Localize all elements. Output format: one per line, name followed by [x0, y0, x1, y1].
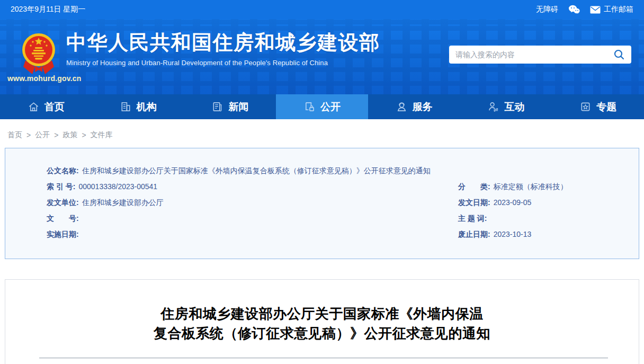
- document-meta-box: 公文名称: 住房和城乡建设部办公厅关于国家标准《外墙内保温复合板系统（修订征求意…: [5, 148, 639, 259]
- search-button[interactable]: [613, 49, 625, 60]
- nav-item-services[interactable]: 服务: [368, 94, 460, 119]
- search-box: [449, 46, 631, 64]
- mail-icon: [590, 6, 601, 14]
- nav-item-label: 服务: [413, 100, 433, 114]
- article-title-line1: 住房和城乡建设部办公厅关于国家标准《外墙内保温: [5, 304, 639, 324]
- nav-item-public[interactable]: 公开: [276, 94, 368, 119]
- meta-row-index-category: 索 引 号: 000013338/2023-00541 分 类: 标准定额（标准…: [47, 179, 628, 194]
- wechat-icon[interactable]: [568, 4, 580, 15]
- breadcrumb-separator: >: [26, 131, 31, 139]
- article-title-line2: 复合板系统（修订征求意见稿）》公开征求意见的通知: [5, 324, 639, 343]
- meta-value-doc-name: 住房和城乡建设部办公厅关于国家标准《外墙内保温复合板系统（修订征求意见稿）》公开…: [82, 163, 431, 179]
- article-divider: [39, 357, 608, 359]
- meta-label-doc-no: 文 号:: [47, 210, 79, 226]
- meta-label-category: 分 类:: [458, 179, 490, 194]
- meta-value-abolish-date: 2023-10-13: [494, 226, 532, 242]
- top-bar: 2023年9月11日 星期一 无障碍 工作邮箱: [0, 0, 644, 19]
- breadcrumb: 首页 > 公开 > 政策 > 文件库: [0, 119, 644, 148]
- article-title: 住房和城乡建设部办公厅关于国家标准《外墙内保温 复合板系统（修订征求意见稿）》公…: [5, 304, 639, 343]
- nav-item-label: 公开: [320, 100, 341, 114]
- meta-label-impl-date: 实施日期:: [47, 226, 79, 242]
- nav-item-organization[interactable]: 机构: [92, 94, 184, 119]
- nav-item-interaction[interactable]: 互动: [460, 94, 552, 119]
- meta-label-abolish-date: 废止日期:: [458, 226, 490, 242]
- home-icon: [28, 101, 40, 113]
- national-emblem-logo: [21, 30, 56, 75]
- nav-item-label: 互动: [504, 100, 524, 114]
- main-nav: 首页 机构 新闻 公开: [0, 94, 644, 119]
- site-url: www.mohurd.gov.cn: [7, 74, 82, 83]
- nav-item-label: 首页: [44, 100, 65, 114]
- breadcrumb-file-library[interactable]: 文件库: [91, 130, 113, 140]
- breadcrumb-separator: >: [82, 131, 86, 139]
- current-date: 2023年9月11日 星期一: [11, 5, 85, 14]
- nav-item-topics[interactable]: 专题: [552, 94, 644, 119]
- meta-row-docno-subject: 文 号: 主 题 词:: [47, 210, 628, 226]
- search-icon: [613, 49, 625, 60]
- accessibility-link[interactable]: 无障碍: [536, 5, 558, 14]
- work-mailbox-link[interactable]: 工作邮箱: [590, 5, 633, 14]
- site-title-en: Ministry of Housing and Urban-Rural Deve…: [66, 59, 380, 67]
- article-card: 住房和城乡建设部办公厅关于国家标准《外墙内保温 复合板系统（修订征求意见稿）》公…: [5, 279, 639, 364]
- document-lock-icon: [303, 101, 316, 113]
- nav-item-label: 新闻: [228, 100, 248, 114]
- site-header: www.mohurd.gov.cn 中华人民共和国住房和城乡建设部 Minist…: [0, 19, 644, 94]
- nav-item-label: 机构: [137, 100, 157, 114]
- breadcrumb-public[interactable]: 公开: [35, 130, 50, 140]
- breadcrumb-separator: >: [54, 131, 58, 139]
- meta-value-category: 标准定额（标准科技）: [494, 179, 568, 194]
- star-badge-icon: [579, 101, 592, 113]
- nav-item-home[interactable]: 首页: [0, 94, 92, 119]
- meta-value-issuing-unit: 住房和城乡建设部办公厅: [82, 194, 164, 210]
- meta-label-doc-name: 公文名称:: [47, 163, 79, 179]
- building-icon: [120, 101, 132, 113]
- meta-value-issue-date: 2023-09-05: [494, 194, 532, 210]
- meta-label-index-no: 索 引 号:: [47, 179, 75, 194]
- nav-item-news[interactable]: 新闻: [184, 94, 276, 119]
- newspaper-icon: [211, 101, 223, 113]
- breadcrumb-home[interactable]: 首页: [7, 130, 22, 140]
- search-input[interactable]: [455, 50, 613, 59]
- work-mailbox-label: 工作邮箱: [604, 5, 633, 14]
- nav-item-label: 专题: [596, 100, 616, 114]
- site-title-cn: 中华人民共和国住房和城乡建设部: [66, 31, 380, 54]
- interaction-person-icon: [487, 101, 499, 113]
- meta-value-index-no: 000013338/2023-00541: [78, 179, 157, 194]
- meta-label-subject-words: 主 题 词:: [458, 210, 487, 226]
- service-person-icon: [396, 101, 408, 113]
- breadcrumb-policy[interactable]: 政策: [62, 130, 77, 140]
- meta-label-issuing-unit: 发文单位:: [47, 194, 79, 210]
- meta-row-doc-name: 公文名称: 住房和城乡建设部办公厅关于国家标准《外墙内保温复合板系统（修订征求意…: [47, 163, 628, 179]
- meta-row-unit-date: 发文单位: 住房和城乡建设部办公厅 发文日期: 2023-09-05: [47, 194, 628, 210]
- meta-label-issue-date: 发文日期:: [458, 194, 490, 210]
- meta-row-impl-abolish: 实施日期: 废止日期: 2023-10-13: [47, 226, 628, 242]
